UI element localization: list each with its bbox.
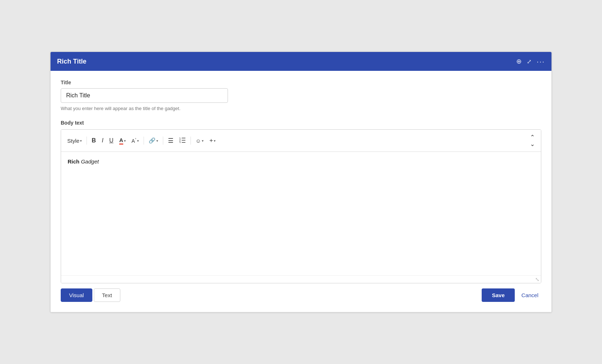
toolbar-divider-2 [144,137,144,145]
emoji-icon: ☺ [196,138,201,144]
rich-editor-wrapper: Style ▾ B I U [61,129,541,283]
more-options-icon[interactable]: ··· [537,57,545,66]
toolbar: Style ▾ B I U [61,130,541,152]
numbered-list-icon: 1. 2. 3. [179,137,186,145]
editor-content[interactable]: Rich Gadget [61,152,541,275]
insert-plus-button[interactable]: + ▾ [207,135,218,146]
save-button[interactable]: Save [482,288,515,302]
toolbar-divider-1 [87,137,87,145]
style-label: Style [67,138,79,144]
link-chevron-icon: ▾ [156,139,158,143]
widget-body: Title What you enter here will appear as… [51,71,551,312]
title-input[interactable] [61,88,228,103]
font-color-a-icon: A [119,137,123,145]
view-tabs: Visual Text [61,288,120,302]
emoji-chevron-icon: ▾ [202,139,204,143]
style-dropdown-button[interactable]: Style ▾ [65,136,84,146]
plus-chevron-icon: ▾ [214,139,216,143]
text-tab[interactable]: Text [94,288,121,302]
bottom-bar: Visual Text Save Cancel [61,288,541,302]
content-italic: Gadget [81,158,99,165]
widget-container: Rich Title ⊕ ⤢ ··· Title What you enter … [50,52,552,312]
bullet-list-icon: ☰ [168,137,173,145]
font-color-chevron-icon: ▾ [124,139,126,143]
svg-text:3.: 3. [179,141,181,143]
toolbar-divider-3 [163,137,163,145]
title-label: Title [61,80,541,85]
italic-label: I [102,137,103,144]
font-color-button[interactable]: A ▾ [117,135,128,146]
font-size-chevron-icon: ▾ [137,139,139,143]
font-size-label: A° [132,138,136,144]
visual-tab[interactable]: Visual [61,288,92,302]
italic-button[interactable]: I [99,136,106,146]
resize-icon: ⤡ [535,276,539,282]
widget-header: Rich Title ⊕ ⤢ ··· [51,52,551,71]
title-hint: What you enter here will appear as the t… [61,106,541,111]
body-text-section: Body text Style ▾ B I U [61,120,541,283]
underline-label: U [109,137,113,144]
bullet-list-button[interactable]: ☰ [165,135,176,146]
content-bold: Rich [68,158,80,165]
collapse-button[interactable]: ⌃⌄ [527,132,537,149]
resize-handle[interactable]: ⤡ [61,275,541,283]
bold-button[interactable]: B [89,136,99,146]
widget-title: Rich Title [57,58,87,65]
link-icon: 🔗 [149,137,156,144]
style-chevron-icon: ▾ [80,139,82,143]
toolbar-divider-4 [190,137,191,145]
bold-label: B [92,137,96,144]
expand-icon[interactable]: ⤢ [527,58,531,65]
underline-button[interactable]: U [107,136,116,146]
numbered-list-button[interactable]: 1. 2. 3. [177,135,188,147]
header-actions: ⊕ ⤢ ··· [516,57,545,66]
cancel-button[interactable]: Cancel [518,288,541,302]
collapse-icon: ⌃⌄ [530,134,535,147]
action-buttons: Save Cancel [482,288,541,302]
body-text-label: Body text [61,120,541,126]
font-size-button[interactable]: A° ▾ [129,136,141,146]
link-button[interactable]: 🔗 ▾ [146,136,161,146]
plus-icon: + [209,137,213,144]
emoji-button[interactable]: ☺ ▾ [193,136,206,146]
move-icon[interactable]: ⊕ [516,57,522,65]
